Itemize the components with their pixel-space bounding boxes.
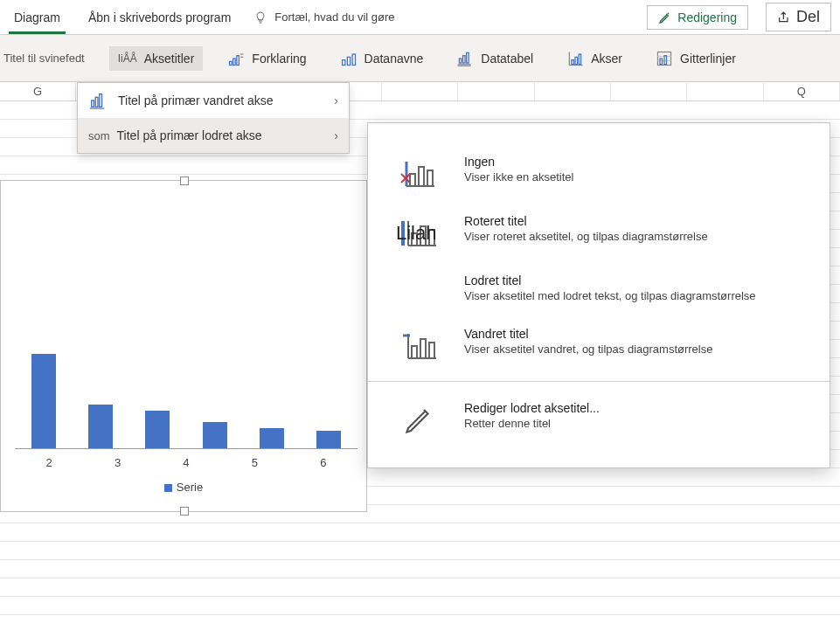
svg-rect-22: [664, 55, 667, 64]
svg-rect-15: [572, 59, 574, 64]
submenu-prefix: som: [88, 129, 110, 142]
svg-rect-16: [575, 57, 578, 64]
option-vertical-title[interactable]: Lodret titel Viser aksetitel med lodret …: [368, 261, 830, 315]
share-button[interactable]: Del: [766, 3, 831, 31]
chart-x-labels: 23456: [15, 456, 358, 469]
chart-bar: [203, 422, 227, 448]
chart-bars: [15, 347, 358, 448]
x-tick-label: 4: [183, 456, 189, 469]
embedded-chart[interactable]: 23456 Serie: [0, 180, 367, 512]
option-title: Ingen: [464, 155, 574, 169]
axis-titles-label: Aksetitler: [144, 52, 195, 66]
option-desc: Retter denne titel: [464, 417, 600, 430]
chevron-right-icon: ›: [334, 128, 338, 142]
svg-rect-42: [412, 346, 417, 358]
chart-bar: [316, 431, 341, 448]
tell-me-label: Fortæl, hvad du vil gøre: [274, 10, 394, 24]
legend-swatch: [164, 484, 172, 492]
option-desc: Viser roteret aksetitel, og tilpas diagr…: [464, 230, 708, 243]
tab-bar: Diagram Åbn i skrivebords program Fortæl…: [0, 0, 840, 35]
legend-icon: [227, 50, 245, 67]
data-labels-icon: [340, 50, 358, 67]
edit-button[interactable]: Redigering: [647, 5, 748, 30]
legend-text: Serie: [177, 481, 203, 494]
option-desc: Viser aksetitel med lodret tekst, og til…: [464, 289, 756, 302]
option-edit-axis-title[interactable]: Rediger lodret aksetitel... Retter denne…: [368, 381, 830, 448]
ribbon-legend[interactable]: Forklaring: [219, 45, 315, 73]
svg-rect-10: [467, 52, 469, 63]
svg-rect-9: [463, 55, 466, 62]
ribbon-data-table[interactable]: Datatabel: [448, 45, 542, 73]
pencil-icon: [658, 10, 672, 24]
col-header[interactable]: [458, 82, 534, 100]
col-header[interactable]: [687, 82, 763, 100]
ribbon-axes[interactable]: Akser: [558, 45, 631, 73]
none-icon: [399, 158, 438, 190]
svg-rect-21: [660, 59, 663, 65]
axes-icon: [566, 50, 584, 67]
svg-rect-7: [352, 54, 355, 66]
axis-titles-submenu: Titel på primær vandret akse › som Titel…: [77, 82, 350, 154]
svg-rect-44: [429, 343, 434, 358]
chart-bar: [88, 405, 113, 448]
col-header[interactable]: [535, 82, 611, 100]
chart-baseline: [15, 448, 358, 449]
data-labels-label: Datanavne: [364, 52, 424, 66]
ribbon-axis-titles[interactable]: IiÅÅ Aksetitler: [109, 46, 204, 71]
chart-bar: [260, 428, 284, 448]
svg-rect-24: [95, 97, 98, 107]
submenu-horizontal-axis-title[interactable]: Titel på primær vandret akse ›: [78, 83, 349, 118]
option-title: Vandret titel: [464, 327, 712, 341]
col-header[interactable]: G: [0, 82, 76, 100]
svg-rect-2: [237, 55, 240, 65]
col-header[interactable]: Q: [764, 82, 840, 100]
horizontal-icon: [399, 330, 438, 362]
svg-rect-1: [233, 59, 236, 66]
ribbon-titel-svinefedt[interactable]: Titel til svinefedt: [3, 46, 94, 70]
x-tick-label: 3: [115, 456, 121, 469]
x-tick-label: 2: [46, 456, 52, 469]
col-header[interactable]: [382, 82, 458, 100]
svg-rect-8: [460, 59, 462, 63]
tab-diagram[interactable]: Diagram: [9, 2, 66, 33]
col-header[interactable]: [611, 82, 687, 100]
svg-rect-29: [419, 167, 424, 186]
ribbon-gridlines[interactable]: Gitterlinjer: [647, 45, 745, 73]
lightbulb-icon: [253, 10, 267, 24]
x-tick-label: 5: [252, 456, 258, 469]
option-none[interactable]: Ingen Viser ikke en aksetitel: [368, 142, 830, 202]
chevron-right-icon: ›: [334, 93, 338, 107]
data-table-label: Datatabel: [481, 52, 533, 66]
axis-titles-prefix: IiÅÅ: [118, 52, 137, 65]
gridlines-label: Gitterlinjer: [680, 52, 736, 66]
svg-rect-5: [342, 59, 344, 65]
watermark-text: Lilah: [396, 222, 436, 245]
option-rotated-title[interactable]: Roteret titel Viser roteret aksetitel, o…: [368, 202, 830, 261]
option-title: Rediger lodret aksetitel...: [464, 401, 600, 415]
option-desc: Viser aksetitel vandret, og tilpas diagr…: [464, 343, 712, 356]
legend-label: Forklaring: [252, 52, 306, 66]
tell-me-search[interactable]: Fortæl, hvad du vil gøre: [253, 10, 394, 24]
data-table-icon: [456, 50, 474, 67]
option-title: Lodret titel: [464, 273, 756, 287]
edit-button-label: Redigering: [677, 10, 737, 24]
chart-legend: Serie: [1, 481, 366, 494]
gridlines-icon: [656, 50, 673, 67]
x-tick-label: 6: [320, 456, 326, 469]
option-horizontal-title[interactable]: Vandret titel Viser aksetitel vandret, o…: [368, 315, 830, 374]
share-button-label: Del: [796, 8, 820, 26]
svg-rect-43: [420, 339, 426, 358]
svg-rect-17: [579, 54, 581, 65]
svg-rect-30: [427, 170, 433, 186]
svg-rect-23: [92, 100, 94, 107]
ribbon-data-labels[interactable]: Datanavne: [331, 45, 433, 73]
svg-rect-0: [230, 61, 233, 65]
open-in-desktop[interactable]: Åbn i skrivebords program: [83, 2, 236, 33]
option-title: Roteret titel: [464, 214, 708, 228]
submenu-label: Titel på primær lodret akse: [117, 128, 262, 142]
chart-ribbon: Titel til svinefedt IiÅÅ Aksetitler Fork…: [0, 35, 840, 82]
axes-label: Akser: [591, 52, 622, 66]
submenu-vertical-axis-title[interactable]: som Titel på primær lodret akse ›: [78, 118, 349, 153]
svg-rect-25: [100, 94, 102, 107]
svg-rect-6: [347, 57, 350, 65]
